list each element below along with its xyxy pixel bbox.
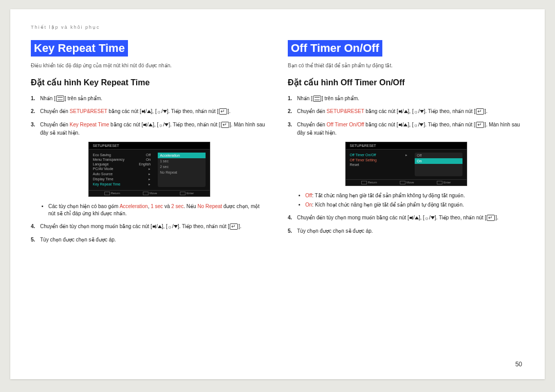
osd-header: SETUP&RESET <box>89 142 210 150</box>
brightness-icon: ☼ <box>414 121 418 129</box>
step-5: Tùy chọn được chọn sẽ được áp. <box>288 227 524 235</box>
down-icon <box>420 110 424 113</box>
intro-left: Điều khiển tốc độ đáp ứng của một nút kh… <box>31 63 267 68</box>
enter-icon <box>487 215 495 221</box>
brightness-icon: ☼ <box>168 223 172 231</box>
step-4: Chuyển đến tùy chọn mong muốn bằng các n… <box>288 214 524 222</box>
section-title-left: Key Repeat Time <box>31 40 128 57</box>
up-icon <box>404 110 408 113</box>
page-number: 50 <box>515 361 522 368</box>
osd-header: SETUP&RESET <box>346 142 467 150</box>
volume-icon <box>409 215 414 220</box>
osd-key-repeat: SETUP&RESET Eco SavingOff Menu Transpare… <box>88 142 210 197</box>
volume-icon <box>398 122 403 127</box>
menu-icon <box>313 96 321 102</box>
step-4: Chuyển đến tùy chọn mong muốn bằng các n… <box>31 222 267 231</box>
brightness-icon: ☼ <box>157 108 161 116</box>
enter-icon <box>219 108 227 115</box>
section-title-right: Off Timer On/Off <box>288 40 382 57</box>
column-key-repeat: Key Repeat Time Điều khiển tốc độ đáp ứn… <box>31 40 267 249</box>
brightness-icon: ☼ <box>158 121 163 129</box>
column-off-timer: Off Timer On/Off Bạn có thể thiết đặt để… <box>288 40 524 249</box>
subtitle-right: Đặt cấu hình Off Timer On/Off <box>288 78 524 87</box>
volume-icon <box>141 109 146 114</box>
step-1: Nhấn [] trên sản phẩm. <box>31 95 267 102</box>
up-icon <box>149 123 153 126</box>
volume-icon <box>143 122 148 127</box>
enter-icon <box>230 223 238 230</box>
bullet-off: Off: Tắt chức năng hẹn giờ tắt để sản ph… <box>305 192 524 199</box>
intro-right: Bạn có thể thiết đặt để sản phẩm tự động… <box>288 63 524 68</box>
step-3: Chuyển đến Off Timer On/Off bằng các nút… <box>288 121 524 137</box>
bullet-on: On: Kích hoạt chức năng hẹn giờ tắt để s… <box>305 201 524 209</box>
brightness-icon: ☼ <box>424 214 429 222</box>
down-icon <box>174 225 178 228</box>
step-5: Tùy chọn được chọn sẽ được áp. <box>31 236 267 244</box>
note-options: Các tùy chọn hiện có bao gồm Acceleratio… <box>48 203 267 217</box>
down-icon <box>163 110 167 113</box>
volume-icon <box>398 109 403 114</box>
up-icon <box>158 225 162 228</box>
down-icon <box>431 216 435 219</box>
step-3: Chuyển đến Key Repeat Time bằng các nút … <box>31 121 267 137</box>
subtitle-left: Đặt cấu hình Key Repeat Time <box>31 78 267 87</box>
step-2: Chuyển đến SETUP&RESET bằng các nút [/],… <box>31 107 267 116</box>
breadcrumb: Thiết lập và khôi phục <box>31 25 524 30</box>
up-icon <box>415 216 419 219</box>
volume-icon <box>152 224 157 229</box>
step-2: Chuyển đến SETUP&RESET bằng các nút [/],… <box>288 107 524 116</box>
up-icon <box>147 110 151 113</box>
osd-off-timer: SETUP&RESET Off Timer On/Off Off Timer S… <box>345 142 467 186</box>
manual-page: Thiết lập và khôi phục Key Repeat Time Đ… <box>10 9 545 379</box>
menu-icon <box>56 96 64 102</box>
step-1: Nhấn [] trên sản phẩm. <box>288 95 524 102</box>
enter-icon <box>221 122 229 128</box>
brightness-icon: ☼ <box>414 108 418 116</box>
enter-icon <box>476 122 484 128</box>
enter-icon <box>476 108 484 115</box>
